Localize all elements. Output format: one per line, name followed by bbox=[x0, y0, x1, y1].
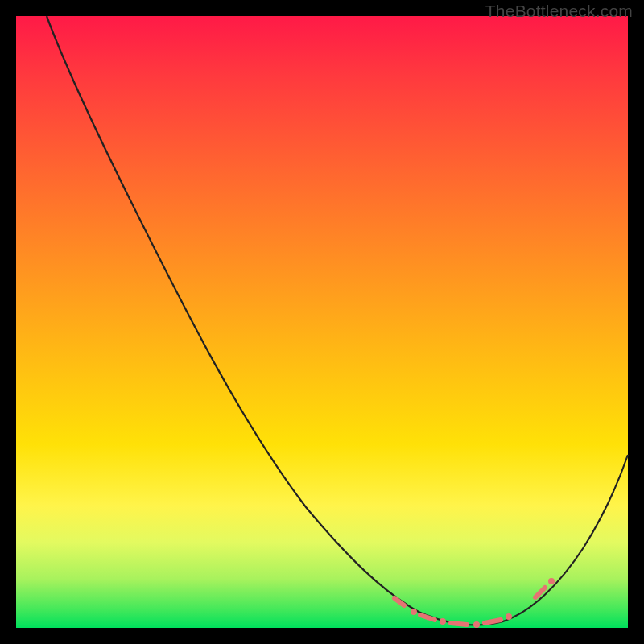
marker-dot bbox=[411, 609, 417, 615]
chart-frame: TheBottleneck.com bbox=[0, 0, 644, 644]
marker-dash bbox=[451, 623, 467, 625]
watermark-label: TheBottleneck.com bbox=[485, 2, 633, 21]
marker-group bbox=[394, 578, 555, 628]
marker-dash bbox=[420, 615, 435, 620]
curve-layer bbox=[16, 16, 628, 628]
marker-dash bbox=[485, 620, 501, 623]
bottleneck-curve bbox=[47, 16, 628, 625]
plot-area bbox=[16, 16, 628, 628]
marker-dot bbox=[506, 613, 512, 620]
marker-dot bbox=[473, 621, 480, 628]
marker-dash bbox=[394, 598, 404, 605]
marker-dot bbox=[440, 618, 446, 625]
marker-dot bbox=[548, 578, 555, 584]
